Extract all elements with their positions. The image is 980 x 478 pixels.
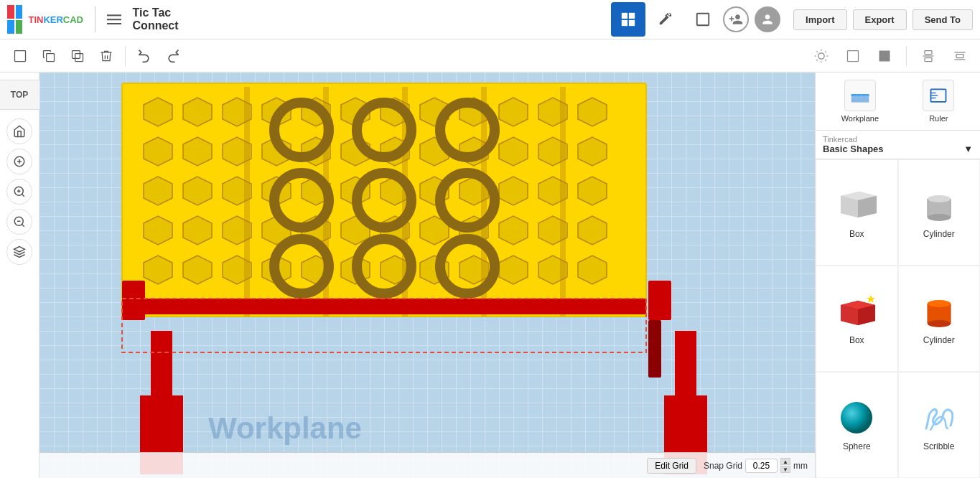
add-user-button[interactable] [723,6,749,32]
tools-button[interactable] [648,2,683,37]
toolbar-separator-1 [125,46,126,66]
shapes-button[interactable] [686,2,720,37]
svg-rect-115 [648,281,671,320]
svg-line-16 [825,60,826,60]
grid-view-button[interactable] [611,2,645,37]
shapes-selector: Tinkercad Basic Shapes ▼ [816,131,980,159]
cylinder-gray-icon [916,186,962,225]
shape-item-box-gray[interactable]: Box [816,159,898,266]
shapes-dropdown-arrow: ▼ [963,144,973,154]
svg-rect-100 [244,87,250,317]
right-panel-tools: Workplane Ruler [816,72,980,131]
logo-cell-1 [7,5,14,19]
shape-item-cylinder-gray[interactable]: Cylinder [898,159,981,266]
zoom-out-button[interactable] [6,209,32,235]
home-view-button[interactable] [6,118,32,144]
svg-rect-118 [151,331,172,399]
select-all-button[interactable] [6,149,32,174]
outline-view-button[interactable] [840,43,866,69]
svg-rect-9 [47,53,55,61]
svg-rect-120 [675,331,696,399]
logo-text-block: TINKERCAD [28,14,83,25]
toolbar [0,39,980,72]
shape-item-box-red[interactable]: Box [816,266,898,372]
svg-rect-104 [560,87,566,317]
export-button[interactable]: Export [853,9,907,30]
shape-item-sphere-blue[interactable]: Sphere [816,372,898,478]
snap-up-arrow[interactable]: ▲ [780,458,790,465]
svg-marker-144 [867,295,875,303]
svg-rect-116 [648,320,661,378]
svg-point-12 [818,52,824,58]
workplane-tool-label: Workplane [841,114,879,123]
shape-label-cylinder-orange: Cylinder [923,335,955,345]
snap-down-arrow[interactable]: ▼ [780,466,790,473]
svg-rect-2 [107,23,121,24]
canvas-area[interactable]: Workplane Edit Grid Snap Grid ▲ ▼ mm [39,72,815,478]
shape-label-cylinder-gray: Cylinder [923,229,955,239]
action-buttons: Import Export Send To [790,9,973,30]
duplicate-button[interactable] [65,43,90,69]
logo-cell-4 [16,20,23,34]
shape-label-box-gray: Box [849,229,864,239]
svg-line-33 [22,194,24,196]
shape-label-scribble: Scribble [923,441,954,451]
svg-rect-114 [122,299,646,314]
svg-rect-0 [107,14,121,16]
send-to-button[interactable]: Send To [913,9,973,30]
right-panel: › Workplane [815,72,980,478]
import-button[interactable]: Import [793,9,846,30]
svg-rect-3 [622,13,627,19]
align-right-button[interactable] [947,43,973,69]
shape-item-cylinder-orange[interactable]: Cylinder [898,266,981,372]
svg-line-37 [22,224,24,226]
snap-grid-label: Snap Grid [704,461,742,471]
ruler-tool-icon [923,80,954,111]
workplane-tool-button[interactable]: Workplane [841,80,879,123]
user-avatar[interactable] [755,6,780,32]
svg-rect-22 [879,50,890,61]
header: TINKERCAD Tic Tac Connect Import [0,0,980,39]
svg-rect-6 [629,20,635,26]
layers-button[interactable] [6,239,32,265]
svg-rect-117 [122,281,145,320]
svg-rect-21 [848,50,859,61]
svg-rect-1 [107,19,121,20]
logo-cell-3 [7,20,14,34]
svg-marker-39 [14,247,25,253]
box-red-icon [834,292,879,331]
align-left-button[interactable] [915,43,941,69]
logo-divider [95,6,95,32]
svg-point-140 [928,214,951,221]
snap-grid-input[interactable] [745,459,778,473]
header-right: Import Export Send To [611,2,973,37]
delete-button[interactable] [93,43,119,69]
new-design-button[interactable] [7,43,33,69]
undo-button[interactable] [131,43,157,69]
shape-label-box-red: Box [849,335,864,345]
main-area: TOP [0,72,980,478]
shape-item-scribble[interactable]: Scribble [898,372,981,478]
logo-area: TINKERCAD Tic Tac Connect [7,5,179,34]
edit-grid-button[interactable]: Edit Grid [647,458,696,474]
svg-rect-10 [73,50,80,58]
svg-rect-28 [956,54,963,57]
ruler-tool-button[interactable]: Ruler [923,80,954,123]
redo-button[interactable] [160,43,186,69]
cylinder-orange-icon [916,292,962,331]
zoom-in-button[interactable] [6,179,32,205]
shapes-dropdown[interactable]: Basic Shapes ▼ [823,144,973,154]
light-button[interactable] [808,43,834,69]
snap-grid-area: Snap Grid ▲ ▼ mm [704,458,808,473]
svg-line-15 [817,51,818,52]
left-sidebar: TOP [0,72,39,478]
tinkercad-logo[interactable] [7,5,22,34]
toolbar-separator-2 [906,46,907,66]
hamburger-menu-button[interactable] [107,8,121,31]
svg-line-20 [825,51,826,52]
copy-button[interactable] [36,43,62,69]
solid-view-button[interactable] [872,43,897,69]
logo-text: TINKERCAD [28,14,83,25]
ruler-tool-label: Ruler [929,114,948,123]
view-indicator[interactable]: TOP [0,80,41,110]
